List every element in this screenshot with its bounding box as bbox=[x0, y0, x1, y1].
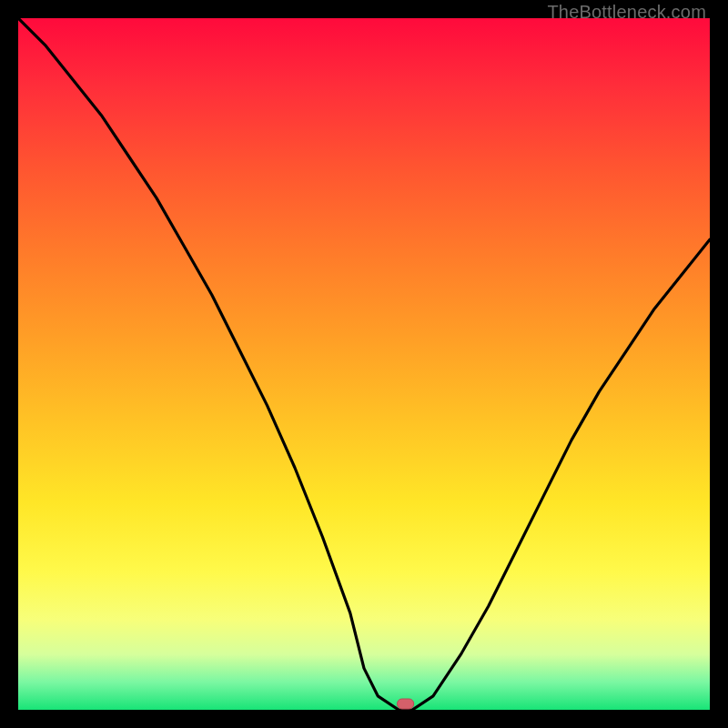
bottleneck-curve bbox=[18, 18, 710, 710]
valley-marker bbox=[398, 699, 414, 709]
chart-frame: TheBottleneck.com bbox=[0, 0, 728, 728]
curve-path bbox=[18, 18, 710, 710]
plot-area bbox=[18, 18, 710, 710]
